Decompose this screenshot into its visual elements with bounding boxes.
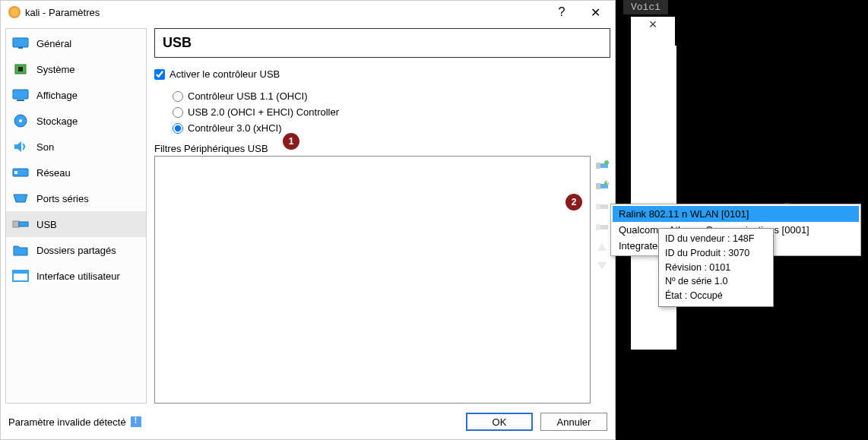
- radio-usb30-label: Contrôleur 3.0 (xHCI): [188, 122, 282, 134]
- sidebar-item-serial[interactable]: Ports séries: [6, 185, 146, 211]
- sidebar-item-ui[interactable]: Interface utilisateur: [6, 263, 146, 289]
- usb-filters-list[interactable]: [154, 156, 591, 404]
- warning-icon: [131, 416, 141, 427]
- sidebar-item-usb[interactable]: USB: [6, 211, 146, 237]
- svg-rect-21: [596, 204, 600, 210]
- close-button[interactable]: ✕: [578, 2, 612, 23]
- bg-close-icon: ×: [649, 17, 657, 32]
- background-close-area: ×: [631, 17, 675, 46]
- help-button[interactable]: ?: [545, 2, 578, 23]
- cancel-button[interactable]: Annuler: [540, 413, 607, 431]
- svg-rect-3: [18, 67, 23, 71]
- svg-rect-0: [13, 38, 28, 47]
- panel-title: USB: [163, 35, 602, 51]
- radio-usb20-label: USB 2.0 (OHCI + EHCI) Controller: [188, 106, 339, 118]
- background-window-title: Voici: [623, 0, 668, 14]
- svg-rect-17: [596, 183, 600, 189]
- svg-point-16: [604, 160, 609, 165]
- network-icon: [12, 166, 29, 179]
- usb-device-item-ralink[interactable]: Ralink 802.11 n WLAN [0101]: [613, 206, 859, 222]
- radio-usb11-input[interactable]: [173, 91, 183, 102]
- annotation-badge-1: 1: [283, 133, 299, 150]
- dialog-footer: Paramètre invalide détecté OK Annuler: [1, 408, 615, 435]
- sidebar-item-general[interactable]: Général: [6, 30, 146, 56]
- monitor-icon: [12, 36, 29, 50]
- svg-rect-22: [600, 204, 608, 209]
- ok-button[interactable]: OK: [466, 413, 533, 431]
- radio-usb30[interactable]: Contrôleur 3.0 (xHCI): [173, 122, 610, 134]
- sidebar-item-storage[interactable]: Stockage: [6, 108, 146, 134]
- folder-icon: [12, 243, 29, 257]
- tooltip-vendor: ID du vendeur : 148F: [665, 232, 767, 246]
- tooltip-product: ID du Produit : 3070: [665, 246, 767, 261]
- move-up-button: [597, 242, 607, 254]
- sidebar-item-shared[interactable]: Dossiers partagés: [6, 237, 146, 263]
- sidebar-label: Affichage: [36, 90, 78, 101]
- speaker-icon: [12, 140, 29, 154]
- radio-usb20-input[interactable]: [173, 107, 183, 118]
- sidebar-label: USB: [36, 219, 57, 230]
- svg-rect-14: [596, 163, 600, 169]
- svg-rect-23: [596, 224, 600, 230]
- add-empty-filter-button[interactable]: [595, 160, 609, 173]
- svg-rect-13: [13, 271, 28, 274]
- sidebar-item-audio[interactable]: Son: [6, 134, 146, 160]
- enable-usb-row[interactable]: Activer le contrôleur USB: [154, 68, 610, 80]
- sidebar-label: Système: [36, 64, 75, 75]
- svg-rect-1: [18, 47, 23, 49]
- radio-usb11-label: Contrôleur USB 1.1 (OHCI): [188, 90, 308, 102]
- usb-filter-toolbar: +: [594, 156, 610, 404]
- sidebar-label: Stockage: [36, 116, 78, 127]
- svg-rect-11: [19, 222, 28, 226]
- radio-usb20[interactable]: USB 2.0 (OHCI + EHCI) Controller: [173, 106, 610, 118]
- sidebar-label: Son: [36, 141, 54, 153]
- move-down-button: [597, 261, 607, 273]
- add-from-device-button[interactable]: +: [595, 181, 609, 194]
- sidebar-label: Ports séries: [36, 193, 89, 204]
- svg-rect-24: [600, 225, 608, 229]
- filters-label: Filtres Périphériques USB: [154, 143, 610, 154]
- annotation-badge-2: 2: [565, 194, 582, 211]
- display-icon: [12, 88, 29, 102]
- panel-header: USB: [154, 28, 610, 58]
- app-icon: [8, 6, 21, 18]
- device-tooltip: ID du vendeur : 148F ID du Produit : 307…: [658, 228, 774, 307]
- category-sidebar: Général Système Affichage Stockage Son R…: [5, 28, 147, 404]
- tooltip-state: État : Occupé: [665, 289, 767, 303]
- tooltip-revision: Révision : 0101: [665, 261, 767, 275]
- svg-rect-4: [13, 90, 28, 99]
- radio-usb30-input[interactable]: [173, 123, 183, 134]
- sidebar-item-display[interactable]: Affichage: [6, 82, 146, 108]
- svg-rect-5: [17, 100, 24, 101]
- svg-text:+: +: [605, 181, 609, 188]
- sidebar-label: Réseau: [36, 167, 71, 179]
- sidebar-item-system[interactable]: Système: [6, 56, 146, 82]
- enable-usb-label: Activer le contrôleur USB: [169, 68, 280, 80]
- ui-icon: [12, 269, 29, 283]
- svg-point-7: [19, 119, 22, 122]
- titlebar: kali - Paramètres ? ✕: [1, 1, 615, 24]
- warning-text: Paramètre invalide détecté: [8, 416, 126, 428]
- svg-rect-10: [13, 221, 19, 227]
- disk-icon: [12, 114, 29, 128]
- edit-filter-button: [595, 201, 609, 214]
- radio-usb11[interactable]: Contrôleur USB 1.1 (OHCI): [173, 90, 610, 102]
- window-title: kali - Paramètres: [25, 7, 545, 18]
- main-panel: USB Activer le contrôleur USB Contrôleur…: [154, 28, 610, 404]
- sidebar-label: Interface utilisateur: [36, 271, 120, 282]
- svg-rect-9: [14, 171, 17, 174]
- invalid-settings-warning[interactable]: Paramètre invalide détecté: [8, 416, 458, 428]
- chip-icon: [12, 62, 29, 76]
- serial-icon: [12, 192, 29, 205]
- sidebar-item-network[interactable]: Réseau: [6, 160, 146, 185]
- remove-filter-button: [595, 222, 609, 235]
- settings-window: kali - Paramètres ? ✕ Général Système Af…: [0, 0, 616, 440]
- tooltip-serial: Nº de série 1.0: [665, 274, 767, 289]
- enable-usb-checkbox[interactable]: [154, 69, 165, 80]
- sidebar-label: Général: [36, 38, 71, 49]
- usb-icon: [12, 217, 29, 231]
- sidebar-label: Dossiers partagés: [36, 245, 116, 256]
